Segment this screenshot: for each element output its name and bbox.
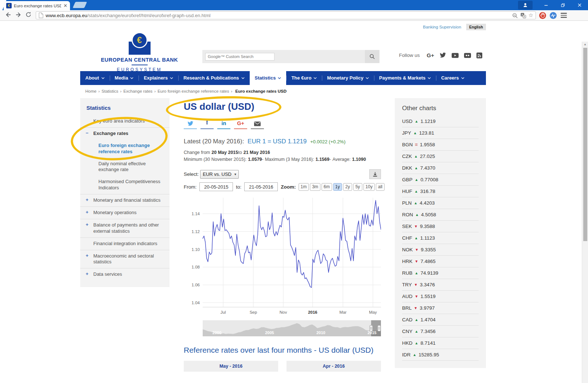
sidebar-item[interactable]: Euro foreign exchange reference rates bbox=[80, 140, 170, 158]
nav-menu-item[interactable]: Statistics bbox=[250, 71, 287, 85]
currency-pair-select[interactable]: EUR vs. USD ▾ bbox=[200, 170, 239, 179]
breadcrumb-link[interactable]: Home bbox=[85, 89, 97, 93]
minimize-button[interactable] bbox=[538, 0, 554, 10]
sidebar-item[interactable]: + Data services bbox=[80, 268, 170, 281]
zoom-range-button[interactable]: 10y bbox=[363, 183, 375, 191]
sidebar-item[interactable]: Daily nominal effective exchange rate bbox=[80, 158, 170, 176]
other-chart-row[interactable]: BRL ▼ 3.9797 bbox=[402, 302, 479, 314]
search-button[interactable] bbox=[365, 50, 379, 63]
from-date-input[interactable] bbox=[199, 182, 233, 191]
browser-tab[interactable]: € Euro exchange rates USD ✕ bbox=[4, 1, 70, 10]
profile-icon[interactable] bbox=[518, 1, 533, 9]
bookmark-star-icon[interactable]: ☆ bbox=[529, 12, 533, 19]
restore-button[interactable] bbox=[554, 0, 571, 10]
back-button[interactable] bbox=[3, 11, 13, 20]
search-input[interactable] bbox=[205, 53, 274, 61]
other-chart-row[interactable]: JPY ▲ 123.81 bbox=[402, 127, 479, 139]
zoom-out-icon[interactable] bbox=[512, 12, 518, 19]
zoom-range-button[interactable]: 5y bbox=[353, 183, 362, 191]
zoom-range-button[interactable]: 2y bbox=[343, 183, 352, 191]
exchange-rate-chart[interactable]: 1.041.061.081.101.121.14JulSepNov2016Mar… bbox=[184, 198, 381, 336]
chart-navigator[interactable]: 2000200520102015 bbox=[203, 320, 381, 336]
other-chart-row[interactable]: USD ▲ 1.1219 bbox=[402, 116, 479, 127]
zoom-range-button[interactable]: 6m bbox=[322, 183, 332, 191]
other-chart-row[interactable]: GBP ▲ 0.77008 bbox=[402, 174, 479, 186]
sidebar-item[interactable]: Key euro area indicators bbox=[80, 115, 170, 127]
tab-close-icon[interactable]: ✕ bbox=[63, 3, 67, 8]
rate-line-chart[interactable]: 1.041.061.081.101.121.14JulSepNov2016Mar… bbox=[184, 198, 381, 316]
zoom-range-button[interactable]: 3m bbox=[310, 183, 320, 191]
googleplus-icon[interactable]: G+ bbox=[427, 52, 434, 58]
trend-arrow-icon: = bbox=[415, 142, 418, 147]
scroll-up-icon[interactable]: ▲ bbox=[582, 42, 588, 47]
nav-menu-item[interactable]: The €uro bbox=[286, 71, 322, 85]
new-tab-button[interactable] bbox=[73, 2, 87, 8]
other-chart-row[interactable]: NOK ▼ 9.3355 bbox=[402, 244, 479, 256]
menu-icon[interactable] bbox=[561, 12, 567, 19]
other-chart-row[interactable]: HRK ▼ 7.4865 bbox=[402, 256, 479, 267]
share-email-icon[interactable] bbox=[251, 117, 264, 129]
other-chart-row[interactable]: RON ▲ 4.5058 bbox=[402, 209, 479, 221]
url-bar[interactable]: www.ecb.europa.eu/stats/exchange/eurofxr… bbox=[36, 11, 536, 19]
sidebar-item[interactable]: Harmonised Competitiveness Indicators bbox=[80, 176, 170, 194]
breadcrumb-link[interactable]: Statistics bbox=[102, 89, 118, 93]
other-chart-row[interactable]: TRY ▼ 3.3476 bbox=[402, 279, 479, 291]
scrollbar-thumb[interactable] bbox=[583, 48, 587, 241]
nav-menu-item[interactable]: Explainers bbox=[139, 71, 178, 85]
sidebar-item[interactable]: + Monetary operations bbox=[80, 206, 170, 219]
twitter-icon[interactable] bbox=[440, 53, 446, 58]
navigator-handle[interactable] bbox=[378, 325, 381, 331]
zoom-range-button[interactable]: 1y bbox=[333, 183, 342, 191]
other-chart-row[interactable]: CZK ▲ 27.025 bbox=[402, 151, 479, 162]
other-chart-row[interactable]: CHF ▲ 1.1123 bbox=[402, 232, 479, 244]
adblock-extension-icon[interactable] bbox=[539, 12, 546, 19]
other-chart-row[interactable]: DKK ▲ 7.4370 bbox=[402, 162, 479, 174]
rss-icon[interactable] bbox=[476, 53, 482, 58]
nav-menu-item[interactable]: About bbox=[80, 71, 110, 85]
sidebar-item[interactable]: + Macroeconomic and sectoral statistics bbox=[80, 250, 170, 268]
banking-supervision-link[interactable]: Banking Supervision bbox=[423, 25, 461, 29]
currency-code: AUD bbox=[402, 294, 413, 299]
breadcrumb-link[interactable]: Exchange rates bbox=[123, 89, 152, 93]
ecb-logo[interactable]: € EUROPEAN CENTRAL BANK EUROSYSTEM bbox=[100, 32, 179, 72]
other-chart-row[interactable]: BGN = 1.9558 bbox=[402, 139, 479, 151]
nav-menu-item[interactable]: Payments & Markets bbox=[374, 71, 436, 85]
sidebar-item[interactable]: Financial integration indicators bbox=[80, 237, 170, 250]
navigator-handle[interactable] bbox=[370, 325, 373, 331]
forward-button[interactable] bbox=[13, 11, 23, 20]
sidebar-item[interactable]: + Balance of payments and other external… bbox=[80, 219, 170, 237]
nav-menu-item[interactable]: Monetary Policy bbox=[322, 71, 374, 85]
close-button[interactable] bbox=[571, 0, 588, 10]
other-chart-row[interactable]: CAD ▲ 1.4704 bbox=[402, 314, 479, 326]
zoom-range-button[interactable]: all bbox=[376, 183, 385, 191]
nav-menu-item[interactable]: Research & Publications bbox=[178, 71, 249, 85]
svg-text:2005: 2005 bbox=[265, 330, 274, 335]
zoom-range-button[interactable]: 1m bbox=[299, 183, 309, 191]
language-button[interactable]: English bbox=[466, 24, 486, 30]
share-linkedin-icon[interactable]: in bbox=[217, 117, 230, 129]
other-chart-row[interactable]: CNY ▲ 7.3456 bbox=[402, 326, 479, 337]
flickr-icon[interactable] bbox=[464, 53, 471, 58]
other-chart-row[interactable]: PLN ▲ 4.4203 bbox=[402, 197, 479, 209]
other-chart-row[interactable]: HUF ▲ 316.78 bbox=[402, 186, 479, 197]
translate-icon[interactable]: AA bbox=[520, 12, 526, 19]
youtube-icon[interactable] bbox=[452, 53, 459, 58]
other-chart-row[interactable]: SEK ▼ 9.3588 bbox=[402, 221, 479, 232]
share-facebook-icon[interactable]: f bbox=[200, 117, 214, 129]
page-scrollbar[interactable]: ▲ bbox=[582, 42, 588, 383]
sidebar-item[interactable]: − Exchange rates bbox=[80, 127, 170, 140]
pulse-extension-icon[interactable] bbox=[549, 12, 557, 19]
other-chart-row[interactable]: IDR ▲ 15285.95 bbox=[402, 349, 479, 361]
other-chart-row[interactable]: RUB ▲ 74.9139 bbox=[402, 267, 479, 279]
share-googleplus-icon[interactable]: G+ bbox=[234, 117, 247, 129]
to-date-input[interactable] bbox=[244, 182, 278, 191]
nav-menu-item[interactable]: Careers bbox=[436, 71, 469, 85]
nav-menu-item[interactable]: Media bbox=[110, 71, 139, 85]
reload-button[interactable] bbox=[23, 11, 34, 19]
other-chart-row[interactable]: HKD ▲ 8.7141 bbox=[402, 337, 479, 349]
other-chart-row[interactable]: AUD ▼ 1.5519 bbox=[402, 291, 479, 302]
download-button[interactable] bbox=[369, 169, 381, 179]
share-twitter-icon[interactable] bbox=[184, 117, 197, 129]
breadcrumb-link[interactable]: Euro foreign exchange reference rates bbox=[157, 89, 229, 93]
sidebar-item[interactable]: + Monetary and financial statistics bbox=[80, 194, 170, 206]
